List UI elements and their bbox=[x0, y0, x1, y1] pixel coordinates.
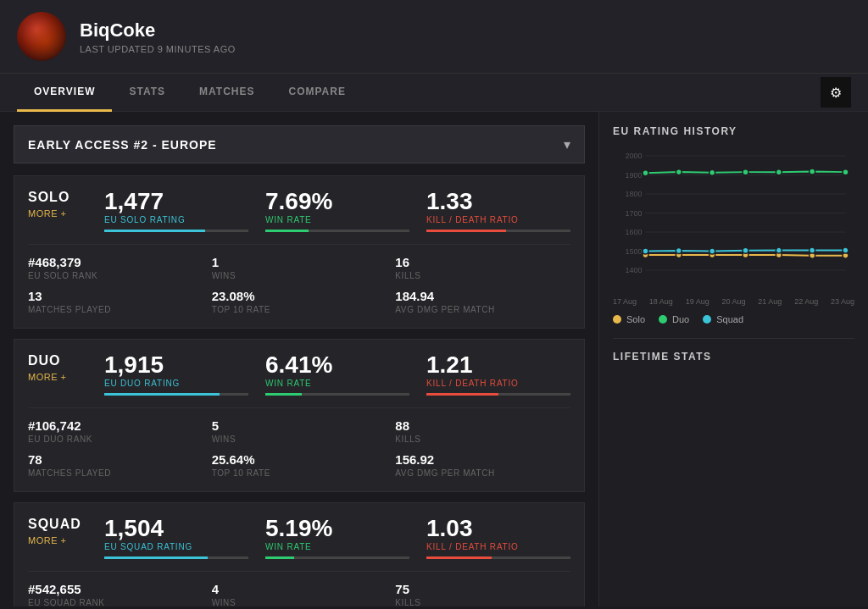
rating-bar-squad bbox=[104, 556, 248, 559]
svg-text:2000: 2000 bbox=[625, 152, 642, 160]
wins-value-squad: 4 bbox=[212, 582, 387, 596]
top10-item-duo: 25.64% TOP 10 RATE bbox=[212, 452, 387, 478]
more-link-duo[interactable]: MORE + bbox=[28, 372, 87, 382]
rating-bar-fill-solo bbox=[104, 230, 205, 232]
winrate-bar-fill-squad bbox=[265, 556, 294, 559]
last-updated: LAST UPDATED 9 MINUTES AGO bbox=[80, 44, 236, 54]
kd-item-solo: 1.33 KILL / DEATH RATIO bbox=[426, 190, 570, 232]
stat-section-solo: SOLO MORE + 1,477 EU SOLO RATING 7.69% W… bbox=[14, 175, 585, 329]
rating-label-solo: EU SOLO RATING bbox=[104, 215, 248, 224]
stat-section-duo: DUO MORE + 1,915 EU DUO RATING 6.41% WIN… bbox=[14, 339, 585, 492]
rating-value-squad: 1,504 bbox=[104, 517, 248, 540]
avgdmg-label-solo: AVG DMG PER MATCH bbox=[395, 305, 570, 314]
chart-container: 2000190018001700160015001400 17 Aug 18 A… bbox=[613, 147, 854, 306]
rank-item-squad: #542,655 EU SQUAD RANK bbox=[28, 582, 203, 606]
chart-x-labels: 17 Aug 18 Aug 19 Aug 20 Aug 21 Aug 22 Au… bbox=[613, 297, 854, 306]
kd-item-squad: 1.03 KILL / DEATH RATIO bbox=[426, 517, 570, 559]
top10-item-solo: 23.08% TOP 10 RATE bbox=[212, 289, 387, 314]
rating-history-title: EU RATING HISTORY bbox=[613, 125, 854, 137]
rating-item-solo: 1,477 EU SOLO RATING bbox=[104, 190, 248, 232]
legend-solo-label: Solo bbox=[626, 314, 645, 324]
top10-label-duo: TOP 10 RATE bbox=[212, 468, 387, 478]
svg-point-30 bbox=[709, 248, 715, 254]
legend-squad-label: Squad bbox=[716, 314, 743, 324]
kills-label-duo: KILLS bbox=[395, 435, 570, 444]
stat-main-grid-squad: 1,504 EU SQUAD RATING 5.19% WIN RATE 1.0… bbox=[104, 517, 570, 559]
rating-item-squad: 1,504 EU SQUAD RATING bbox=[104, 517, 248, 559]
link-icon-button[interactable]: ⚙ bbox=[821, 77, 851, 108]
matches-label-duo: MATCHES PLAYED bbox=[28, 468, 203, 478]
rating-bar-fill-duo bbox=[104, 393, 220, 396]
rating-bar-fill-squad bbox=[104, 556, 208, 559]
more-link-squad[interactable]: MORE + bbox=[28, 535, 87, 545]
stat-header-duo: DUO MORE + 1,915 EU DUO RATING 6.41% WIN… bbox=[28, 353, 570, 396]
rank-value-duo: #106,742 bbox=[28, 418, 203, 433]
rank-value-solo: #468,379 bbox=[28, 255, 203, 269]
lifetime-stats-title: LIFETIME STATS bbox=[613, 351, 854, 363]
svg-point-34 bbox=[843, 247, 849, 253]
region-selector[interactable]: EARLY ACCESS #2 - EUROPE ▾ bbox=[14, 125, 585, 163]
svg-point-25 bbox=[776, 169, 782, 175]
kills-item-squad: 75 KILLS bbox=[395, 582, 570, 606]
stat-header-squad: SQUAD MORE + 1,504 EU SQUAD RATING 5.19%… bbox=[28, 517, 570, 559]
rank-value-squad: #542,655 bbox=[28, 582, 203, 596]
kills-value-duo: 88 bbox=[395, 418, 570, 433]
mode-label-squad: SQUAD MORE + bbox=[28, 517, 87, 545]
wins-item-duo: 5 WINS bbox=[212, 418, 387, 444]
right-panel: EU RATING HISTORY 2000190018001700160015… bbox=[598, 112, 868, 606]
kills-label-solo: KILLS bbox=[395, 271, 570, 280]
header: BiqCoke LAST UPDATED 9 MINUTES AGO bbox=[0, 0, 868, 74]
rating-chart: 2000190018001700160015001400 bbox=[613, 147, 854, 291]
kills-item-duo: 88 KILLS bbox=[395, 418, 570, 444]
solo-color-dot bbox=[613, 315, 621, 324]
kd-label-solo: KILL / DEATH RATIO bbox=[426, 215, 570, 224]
rank-item-solo: #468,379 EU SOLO RANK bbox=[28, 255, 203, 280]
svg-text:1600: 1600 bbox=[625, 228, 642, 236]
svg-text:1400: 1400 bbox=[625, 266, 642, 274]
tab-matches[interactable]: MATCHES bbox=[182, 74, 271, 112]
kd-label-duo: KILL / DEATH RATIO bbox=[426, 379, 570, 388]
svg-point-31 bbox=[743, 247, 748, 253]
header-info: BiqCoke LAST UPDATED 9 MINUTES AGO bbox=[80, 19, 236, 54]
kd-item-duo: 1.21 KILL / DEATH RATIO bbox=[426, 353, 570, 396]
rating-value-duo: 1,915 bbox=[104, 353, 248, 377]
kd-value-duo: 1.21 bbox=[426, 353, 570, 377]
svg-text:1900: 1900 bbox=[625, 171, 642, 180]
matches-item-duo: 78 MATCHES PLAYED bbox=[28, 452, 203, 478]
rating-history-section: EU RATING HISTORY 2000190018001700160015… bbox=[613, 125, 854, 324]
mode-name-solo: SOLO bbox=[28, 190, 87, 205]
tab-compare[interactable]: COMPARE bbox=[271, 74, 362, 112]
more-link-solo[interactable]: MORE + bbox=[28, 208, 87, 219]
avgdmg-label-duo: AVG DMG PER MATCH bbox=[395, 468, 570, 478]
mode-name-squad: SQUAD bbox=[28, 517, 87, 532]
tab-stats[interactable]: STATS bbox=[112, 74, 182, 112]
mode-label-duo: DUO MORE + bbox=[28, 353, 87, 382]
svg-point-27 bbox=[843, 169, 849, 175]
kd-bar-fill-duo bbox=[426, 393, 498, 396]
wins-value-duo: 5 bbox=[212, 418, 387, 433]
matches-value-solo: 13 bbox=[28, 289, 203, 303]
tab-overview[interactable]: OVERVIEW bbox=[17, 74, 112, 112]
winrate-value-duo: 6.41% bbox=[265, 353, 409, 377]
rating-value-solo: 1,477 bbox=[104, 190, 248, 213]
kills-label-squad: KILLS bbox=[395, 598, 570, 606]
avatar bbox=[17, 12, 66, 61]
lifetime-stats-section: LIFETIME STATS bbox=[613, 338, 854, 373]
stat-main-grid-duo: 1,915 EU DUO RATING 6.41% WIN RATE 1.21 … bbox=[104, 353, 570, 396]
mode-label-solo: SOLO MORE + bbox=[28, 190, 87, 219]
stat-main-grid-solo: 1,477 EU SOLO RATING 7.69% WIN RATE 1.33… bbox=[104, 190, 570, 232]
legend-duo: Duo bbox=[659, 314, 689, 324]
winrate-bar-solo bbox=[265, 230, 409, 232]
matches-value-duo: 78 bbox=[28, 452, 203, 467]
top10-value-duo: 25.64% bbox=[212, 452, 387, 467]
svg-point-23 bbox=[709, 169, 715, 175]
legend-solo: Solo bbox=[613, 314, 645, 324]
kd-value-solo: 1.33 bbox=[426, 190, 570, 213]
winrate-value-squad: 5.19% bbox=[265, 517, 409, 540]
kd-value-squad: 1.03 bbox=[426, 517, 570, 540]
chart-legend: Solo Duo Squad bbox=[613, 314, 854, 324]
svg-point-22 bbox=[676, 169, 682, 175]
svg-text:1700: 1700 bbox=[625, 209, 642, 218]
kd-bar-fill-solo bbox=[426, 230, 506, 232]
stat-sections: SOLO MORE + 1,477 EU SOLO RATING 7.69% W… bbox=[14, 175, 585, 606]
